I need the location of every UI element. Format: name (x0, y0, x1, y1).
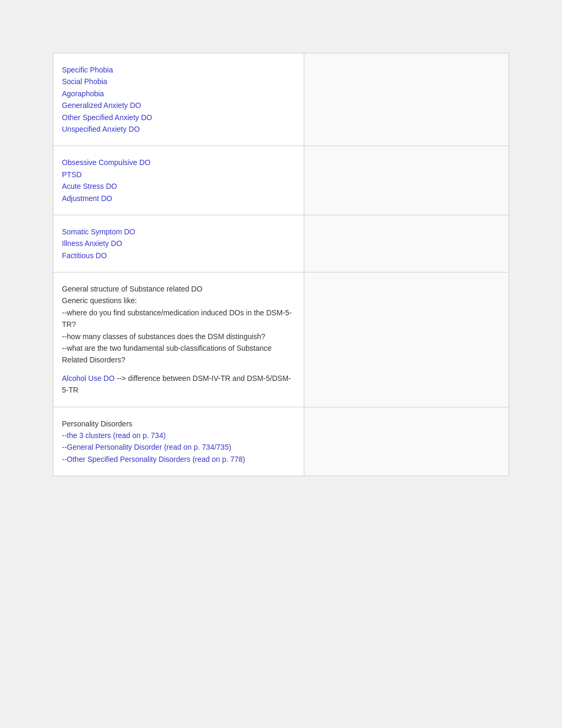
anxiety-disorders-row: Specific Phobia Social Phobia Agoraphobi… (53, 53, 509, 146)
substance-line-3: --where do you find substance/medication… (62, 308, 292, 329)
page-wrapper: Specific Phobia Social Phobia Agoraphobi… (0, 0, 562, 529)
substance-line-5: --what are the two fundamental sub-class… (62, 344, 271, 364)
anxiety-disorders-right (304, 53, 509, 146)
substance-line-4: --how many classes of substances does th… (62, 332, 265, 341)
link-adjustment[interactable]: Adjustment DO (62, 193, 295, 204)
link-other-specified-personality[interactable]: --Other Specified Personality Disorders … (62, 453, 295, 465)
anxiety-links-block: Specific Phobia Social Phobia Agoraphobi… (62, 60, 295, 139)
link-generalized-anxiety[interactable]: Generalized Anxiety DO (62, 99, 295, 111)
alcohol-use-paragraph: Alcohol Use DO --> difference between DS… (62, 372, 295, 396)
link-acute-stress[interactable]: Acute Stress DO (62, 180, 295, 192)
main-table: Specific Phobia Social Phobia Agoraphobi… (53, 53, 509, 476)
personality-right (304, 407, 509, 476)
substance-line-1: General structure of Substance related D… (62, 285, 202, 293)
somatic-row: Somatic Symptom DO Illness Anxiety DO Fa… (53, 215, 509, 272)
ocd-links-block: Obsessive Compulsive DO PTSD Acute Stres… (62, 152, 295, 208)
anxiety-disorders-left: Specific Phobia Social Phobia Agoraphobi… (53, 53, 304, 146)
link-ptsd[interactable]: PTSD (62, 169, 295, 180)
substance-block: General structure of Substance related D… (62, 279, 295, 401)
link-somatic-symptom[interactable]: Somatic Symptom DO (62, 226, 295, 238)
personality-header: Personality Disorders (62, 418, 295, 430)
link-social-phobia[interactable]: Social Phobia (62, 76, 295, 87)
link-unspecified-anxiety[interactable]: Unspecified Anxiety DO (62, 123, 295, 135)
substance-general-text: General structure of Substance related D… (62, 283, 295, 366)
substance-left: General structure of Substance related D… (53, 272, 304, 407)
link-alcohol-use[interactable]: Alcohol Use DO (62, 374, 115, 383)
personality-left: Personality Disorders --the 3 clusters (… (53, 407, 304, 476)
substance-right (304, 272, 509, 407)
ocd-ptsd-left: Obsessive Compulsive DO PTSD Acute Stres… (53, 146, 304, 215)
somatic-right (304, 215, 509, 272)
link-agoraphobia[interactable]: Agoraphobia (62, 88, 295, 99)
somatic-left: Somatic Symptom DO Illness Anxiety DO Fa… (53, 215, 304, 272)
personality-row: Personality Disorders --the 3 clusters (… (53, 407, 509, 476)
somatic-links-block: Somatic Symptom DO Illness Anxiety DO Fa… (62, 222, 295, 266)
personality-block: Personality Disorders --the 3 clusters (… (62, 414, 295, 470)
link-3-clusters[interactable]: --the 3 clusters (read on p. 734) (62, 430, 295, 441)
substance-row: General structure of Substance related D… (53, 272, 509, 407)
link-general-personality[interactable]: --General Personality Disorder (read on … (62, 441, 295, 453)
link-other-specified-anxiety[interactable]: Other Specified Anxiety DO (62, 112, 295, 123)
link-illness-anxiety[interactable]: Illness Anxiety DO (62, 238, 295, 249)
substance-line-2: Generic questions like: (62, 296, 137, 305)
ocd-ptsd-right (304, 146, 509, 215)
link-factitious[interactable]: Factitious DO (62, 250, 295, 261)
link-specific-phobia[interactable]: Specific Phobia (62, 64, 295, 76)
ocd-ptsd-row: Obsessive Compulsive DO PTSD Acute Stres… (53, 146, 509, 215)
link-obsessive-compulsive[interactable]: Obsessive Compulsive DO (62, 157, 295, 168)
